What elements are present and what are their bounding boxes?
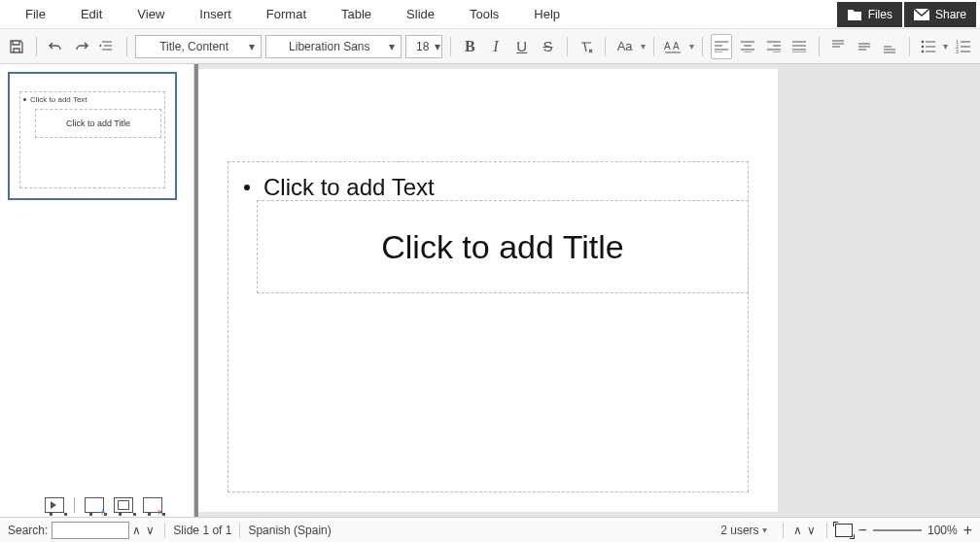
- menu-slide[interactable]: Slide: [389, 7, 452, 21]
- undo-button[interactable]: [45, 34, 67, 59]
- search-label: Search:: [8, 524, 48, 537]
- fit-page-button[interactable]: [835, 524, 853, 537]
- italic-icon: I: [493, 38, 498, 55]
- svg-point-4: [922, 45, 925, 48]
- svg-point-3: [922, 40, 925, 43]
- underline-button[interactable]: U: [510, 34, 533, 59]
- zoom-slider[interactable]: [873, 529, 922, 531]
- align-left-button[interactable]: [711, 34, 733, 59]
- find-prev-button[interactable]: ∧: [129, 524, 143, 537]
- outline-icon: [99, 39, 115, 54]
- delete-slide-button[interactable]: [143, 497, 162, 513]
- share-button[interactable]: Share: [904, 2, 976, 27]
- menubar: File Edit View Insert Format Table Slide…: [0, 0, 980, 29]
- bullet-icon: [244, 185, 250, 190]
- clear-format-button[interactable]: [576, 34, 598, 59]
- italic-button[interactable]: I: [485, 34, 508, 59]
- slide-layout-value: Title, Content: [146, 40, 243, 53]
- menu-edit[interactable]: Edit: [63, 7, 120, 21]
- next-slide-button[interactable]: ∨: [805, 524, 819, 537]
- valign-middle-icon: [858, 40, 871, 53]
- svg-text:3: 3: [956, 49, 959, 53]
- current-slide[interactable]: Click to add Text Click to add Title: [198, 69, 778, 512]
- thumb-content-outline: [19, 91, 165, 188]
- bullet-list-button[interactable]: [918, 34, 940, 59]
- valign-bottom-icon: [883, 40, 896, 53]
- align-center-icon: [741, 41, 754, 52]
- canvas-area[interactable]: Click to add Text Click to add Title: [194, 64, 980, 517]
- save-button[interactable]: [6, 34, 28, 59]
- redo-icon: [74, 39, 89, 54]
- underline-icon: U: [516, 38, 527, 54]
- save-icon: [9, 39, 24, 54]
- menu-insert[interactable]: Insert: [182, 7, 249, 21]
- slide-panel: Click to add Text Click to add Title: [0, 64, 194, 517]
- title-placeholder[interactable]: Click to add Title: [257, 200, 749, 293]
- zoom-level[interactable]: 100%: [928, 524, 958, 537]
- align-left-icon: [715, 41, 728, 52]
- menu-tools[interactable]: Tools: [452, 7, 516, 21]
- slide-layout-combo[interactable]: Title, Content ▾: [135, 35, 262, 58]
- chevron-down-icon: ▾: [383, 40, 395, 53]
- font-name-combo[interactable]: Liberation Sans ▾: [265, 35, 402, 58]
- menu-table[interactable]: Table: [324, 7, 389, 21]
- menu-file[interactable]: File: [8, 7, 63, 21]
- mail-icon: [914, 9, 929, 20]
- search-input[interactable]: [52, 522, 129, 539]
- align-justify-icon: [792, 41, 806, 52]
- redo-button[interactable]: [70, 34, 92, 59]
- font-size-combo[interactable]: 18 ▾: [405, 35, 442, 58]
- menu-format[interactable]: Format: [249, 7, 324, 21]
- svg-point-5: [922, 50, 925, 52]
- find-next-button[interactable]: ∨: [143, 524, 157, 537]
- bold-button[interactable]: B: [459, 34, 481, 59]
- duplicate-slide-button[interactable]: [114, 497, 133, 513]
- zoom-in-button[interactable]: +: [963, 522, 972, 539]
- zoom-out-button[interactable]: −: [858, 522, 867, 539]
- align-right-button[interactable]: [762, 34, 785, 59]
- slide-counter: Slide 1 of 1: [173, 524, 231, 537]
- toolbar: Title, Content ▾ Liberation Sans ▾ 18 ▾ …: [0, 29, 980, 64]
- align-center-button[interactable]: [736, 34, 758, 59]
- font-name-value: Liberation Sans: [276, 40, 383, 53]
- case-icon: Aa: [617, 39, 633, 53]
- char-spacing-button[interactable]: AA: [662, 34, 684, 59]
- bold-icon: B: [465, 38, 475, 55]
- content-placeholder-text: Click to add Text: [263, 174, 435, 201]
- font-size-value: 18: [416, 40, 429, 53]
- number-list-icon: 123: [956, 40, 971, 53]
- menu-help[interactable]: Help: [516, 7, 578, 21]
- chevron-down-icon: ▾: [429, 40, 440, 53]
- prev-slide-button[interactable]: ∧: [791, 524, 805, 537]
- start-slideshow-button[interactable]: [45, 497, 64, 513]
- align-justify-button[interactable]: [788, 34, 811, 59]
- files-button[interactable]: Files: [837, 2, 902, 27]
- user-count[interactable]: 2 users: [720, 524, 758, 537]
- outline-button[interactable]: [96, 34, 119, 59]
- title-placeholder-text: Click to add Title: [381, 228, 623, 266]
- valign-bottom-button[interactable]: [879, 34, 901, 59]
- slide-panel-viewbar: [45, 497, 162, 513]
- svg-text:A: A: [664, 41, 671, 51]
- chevron-down-icon: ▾: [688, 41, 694, 51]
- strike-icon: S: [542, 38, 552, 54]
- document-language[interactable]: Spanish (Spain): [248, 524, 331, 537]
- menu-view[interactable]: View: [120, 7, 182, 21]
- vertical-scrollbar[interactable]: [966, 64, 980, 517]
- strike-button[interactable]: S: [537, 34, 559, 59]
- svg-text:A: A: [673, 41, 680, 51]
- number-list-button[interactable]: 123: [952, 34, 974, 59]
- new-slide-button[interactable]: [85, 497, 104, 513]
- thumb-content-text: Click to add Text: [23, 95, 88, 104]
- share-label: Share: [935, 8, 966, 21]
- valign-middle-button[interactable]: [853, 34, 875, 59]
- case-button[interactable]: Aa: [613, 34, 636, 59]
- valign-top-icon: [831, 40, 845, 53]
- slide-thumbnail-1[interactable]: Click to add Text Click to add Title: [8, 72, 177, 200]
- chevron-down-icon: ▾: [640, 41, 646, 51]
- thumb-title-outline: Click to add Title: [35, 109, 161, 138]
- char-spacing-icon: AA: [664, 39, 682, 54]
- chevron-down-icon: ▾: [243, 40, 255, 53]
- valign-top-button[interactable]: [827, 34, 850, 59]
- workspace: Click to add Text Click to add Title Cli…: [0, 64, 980, 517]
